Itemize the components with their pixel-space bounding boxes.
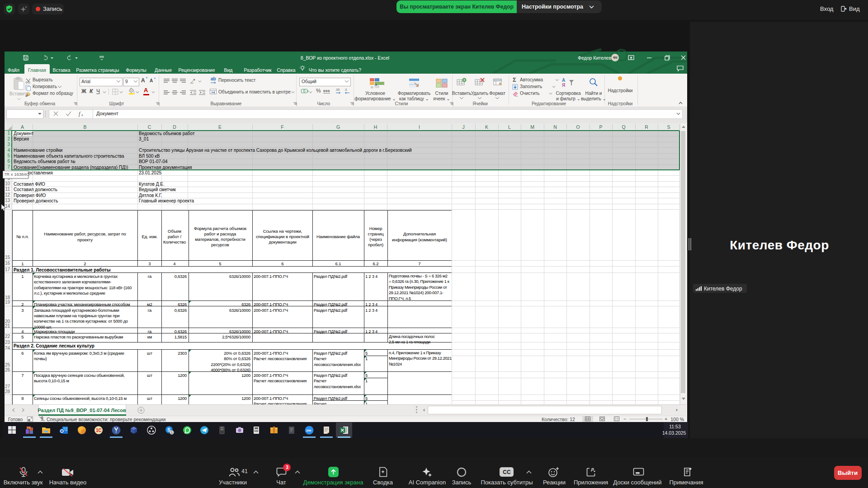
svg-text:f: f: [79, 111, 81, 117]
svg-text:А: А: [562, 78, 565, 83]
svg-text:.0: .0: [344, 88, 347, 91]
svg-text:zm: zm: [306, 428, 311, 432]
svg-text:x: x: [81, 113, 83, 117]
svg-text:Я: Я: [562, 83, 565, 88]
svg-text:1: 1: [171, 431, 173, 434]
svg-text:.00: .00: [335, 88, 340, 91]
svg-text:1С: 1С: [96, 428, 102, 433]
